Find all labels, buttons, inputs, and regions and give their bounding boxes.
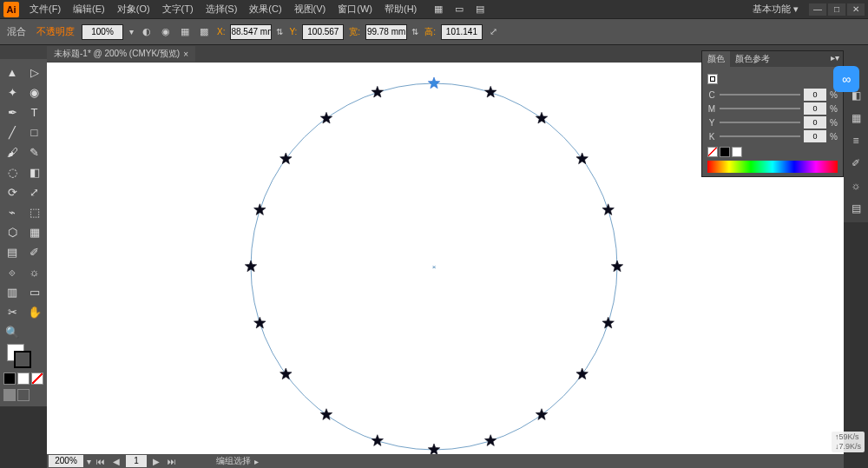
- svg-marker-6: [602, 204, 614, 215]
- m-slider[interactable]: [720, 108, 800, 109]
- menu-file[interactable]: 文件(F): [24, 1, 66, 17]
- lasso-tool[interactable]: ◉: [24, 82, 45, 102]
- warp-tool[interactable]: ⬚: [24, 202, 45, 221]
- y-value[interactable]: 0: [804, 116, 826, 129]
- close-button[interactable]: ✕: [847, 3, 865, 16]
- menu-effect[interactable]: 效果(C): [244, 1, 286, 17]
- document-tab[interactable]: 未标题-1* @ 200% (CMYK/预览) ×: [47, 46, 195, 62]
- y-input[interactable]: [302, 24, 344, 40]
- selection-tool[interactable]: ▲: [2, 63, 23, 82]
- transform-icon[interactable]: ▩: [196, 24, 212, 40]
- opacity-chevron-icon[interactable]: ▾: [127, 24, 135, 40]
- xy-link-icon[interactable]: ⇅: [275, 24, 284, 40]
- menu-help[interactable]: 帮助(H): [379, 1, 422, 17]
- blob-brush-tool[interactable]: ◌: [2, 162, 23, 181]
- fill-stroke-control[interactable]: [2, 342, 45, 370]
- slice-tool[interactable]: ✂: [2, 302, 23, 321]
- y-slider[interactable]: [720, 122, 800, 123]
- bridge-icon[interactable]: ▦: [431, 2, 446, 17]
- swatch-white[interactable]: [17, 372, 30, 385]
- eyedropper-tool[interactable]: ✐: [24, 242, 45, 261]
- spectrum-bar[interactable]: [707, 161, 838, 173]
- hand-tool[interactable]: ✋: [24, 302, 45, 321]
- stroke-swatch[interactable]: [14, 351, 31, 368]
- width-tool[interactable]: ⌁: [2, 202, 23, 221]
- zoom-tool[interactable]: 🔍: [2, 322, 23, 341]
- maximize-button[interactable]: □: [828, 3, 845, 16]
- swatch-none[interactable]: [31, 372, 43, 385]
- screenmode-full[interactable]: [17, 389, 30, 401]
- blend-tool[interactable]: ⟐: [2, 262, 23, 281]
- menu-select[interactable]: 选择(S): [201, 1, 243, 17]
- menu-type[interactable]: 文字(T): [157, 1, 199, 17]
- eraser-tool[interactable]: ◧: [24, 162, 45, 181]
- menu-object[interactable]: 对象(O): [112, 1, 155, 17]
- graph-tool[interactable]: ▥: [2, 282, 23, 301]
- swatches-panel-icon[interactable]: ▦: [847, 109, 865, 127]
- none-swatch[interactable]: [707, 147, 718, 157]
- svg-marker-5: [576, 153, 588, 164]
- h-input[interactable]: [441, 24, 483, 40]
- artboard-tool[interactable]: ▭: [24, 282, 45, 301]
- swatch-black[interactable]: [3, 372, 16, 385]
- m-value[interactable]: 0: [804, 102, 826, 115]
- brushes-panel-icon[interactable]: ✐: [847, 155, 865, 172]
- menu-window[interactable]: 窗口(W): [332, 1, 378, 17]
- brush-tool[interactable]: 🖌: [2, 142, 23, 161]
- line-tool[interactable]: ╱: [2, 122, 23, 142]
- tab-color[interactable]: 颜色: [702, 51, 730, 67]
- k-slider[interactable]: [720, 135, 800, 137]
- layers-panel-icon[interactable]: ▤: [847, 200, 865, 217]
- constrain-icon[interactable]: ⤢: [486, 24, 502, 40]
- w-input[interactable]: [365, 24, 407, 40]
- align-icon[interactable]: ▦: [177, 24, 193, 40]
- last-artboard-icon[interactable]: ⏭: [166, 455, 178, 467]
- svg-marker-9: [576, 368, 588, 379]
- scale-tool[interactable]: ⤢: [24, 182, 45, 201]
- c-label: C: [707, 90, 716, 100]
- white-swatch[interactable]: [732, 147, 742, 157]
- cloud-share-button[interactable]: ∞: [833, 66, 859, 92]
- layout-icon[interactable]: ▤: [472, 2, 488, 17]
- symbols-panel-icon[interactable]: ☼: [847, 177, 865, 194]
- magic-wand-tool[interactable]: ✦: [2, 82, 23, 102]
- wh-link-icon[interactable]: ⇅: [411, 24, 419, 40]
- rectangle-tool[interactable]: □: [24, 122, 45, 142]
- pencil-tool[interactable]: ✎: [24, 142, 45, 161]
- first-artboard-icon[interactable]: ⏮: [95, 455, 107, 467]
- symbol-tool[interactable]: ☼: [24, 262, 45, 281]
- screenmode-normal[interactable]: [3, 389, 16, 401]
- zoom-input[interactable]: 200%: [49, 455, 83, 467]
- arrange-icon[interactable]: ▭: [451, 2, 467, 17]
- c-value[interactable]: 0: [804, 89, 826, 101]
- tab-color-guide[interactable]: 颜色参考: [730, 51, 775, 67]
- artboard-nav-input[interactable]: 1: [126, 455, 147, 467]
- workspace-switcher[interactable]: 基本功能 ▾: [747, 1, 804, 17]
- type-tool[interactable]: T: [24, 102, 45, 122]
- app-logo: Ai: [3, 2, 19, 17]
- pen-tool[interactable]: ✒: [2, 102, 23, 122]
- panel-menu-icon[interactable]: ▸▾: [827, 51, 843, 67]
- h-label: 高:: [423, 26, 437, 38]
- rotate-tool[interactable]: ⟳: [2, 182, 23, 201]
- shape-builder-tool[interactable]: ⬡: [2, 222, 23, 241]
- recolor-icon[interactable]: ◉: [158, 24, 174, 40]
- mesh-tool[interactable]: ▦: [24, 222, 45, 241]
- zoom-chevron-icon[interactable]: ▾: [87, 457, 91, 466]
- x-input[interactable]: [230, 24, 272, 40]
- c-slider[interactable]: [720, 94, 800, 96]
- k-value[interactable]: 0: [804, 130, 826, 142]
- minimize-button[interactable]: —: [809, 3, 826, 16]
- gradient-tool[interactable]: ▤: [2, 242, 23, 261]
- close-tab-icon[interactable]: ×: [183, 49, 188, 59]
- stroke-panel-icon[interactable]: ≡: [847, 132, 865, 149]
- status-hint-chevron-icon[interactable]: ▸: [254, 457, 259, 466]
- menu-edit[interactable]: 编辑(E): [68, 1, 110, 17]
- style-icon[interactable]: ◐: [139, 24, 155, 40]
- black-swatch[interactable]: [720, 147, 730, 157]
- prev-artboard-icon[interactable]: ◀: [110, 455, 122, 467]
- opacity-input[interactable]: [82, 24, 123, 40]
- menu-view[interactable]: 视图(V): [289, 1, 332, 17]
- direct-selection-tool[interactable]: ▷: [24, 63, 45, 82]
- next-artboard-icon[interactable]: ▶: [150, 455, 162, 467]
